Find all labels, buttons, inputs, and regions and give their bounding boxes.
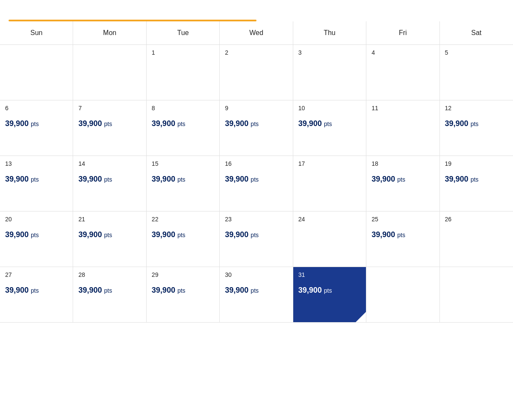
- calendar-cell[interactable]: 1039,900 pts: [293, 100, 366, 156]
- calendar-cell[interactable]: 739,900 pts: [73, 100, 146, 156]
- calendar-cell: 17: [293, 156, 366, 211]
- cell-date: 10: [298, 105, 305, 112]
- calendar-cell[interactable]: 1239,900 pts: [440, 100, 513, 156]
- calendar-cell: [0, 45, 73, 100]
- cell-date: 9: [225, 105, 228, 112]
- cell-date: 29: [152, 271, 159, 278]
- cell-date: 14: [78, 160, 85, 167]
- cell-date: 19: [445, 160, 452, 167]
- pts-label: pts: [397, 176, 405, 183]
- calendar-cell: 4: [366, 45, 439, 100]
- cell-price: 39,900 pts: [5, 230, 39, 239]
- calendar-cell[interactable]: 2139,900 pts: [73, 211, 146, 267]
- day-headers-row: SunMonTueWedThuFriSat: [0, 21, 513, 45]
- cell-date: 21: [78, 216, 85, 223]
- calendar-cell[interactable]: 3039,900 pts: [220, 267, 293, 323]
- day-header-tue: Tue: [147, 21, 220, 44]
- calendar-cell[interactable]: 3139,900 pts: [293, 267, 366, 323]
- calendar-cell[interactable]: 2239,900 pts: [147, 211, 220, 267]
- calendar-cell: 5: [440, 45, 513, 100]
- calendar-cell[interactable]: 2739,900 pts: [0, 267, 73, 323]
- calendar-cell[interactable]: 2039,900 pts: [0, 211, 73, 267]
- calendar-cell[interactable]: 1339,900 pts: [0, 156, 73, 211]
- pts-label: pts: [177, 176, 186, 183]
- cell-price: 39,900 pts: [298, 119, 332, 128]
- selected-corner-decoration: [356, 312, 366, 322]
- day-header-mon: Mon: [73, 21, 146, 44]
- cell-price: 39,900 pts: [152, 286, 186, 295]
- cell-price: 39,900 pts: [225, 230, 259, 239]
- cell-date: 3: [298, 49, 302, 56]
- calendar-cell: 2: [220, 45, 293, 100]
- pts-label: pts: [31, 176, 39, 183]
- cell-price: 39,900 pts: [5, 286, 39, 295]
- calendar-cell[interactable]: 2939,900 pts: [147, 267, 220, 323]
- cell-price: 39,900 pts: [371, 175, 405, 184]
- pts-label: pts: [471, 176, 479, 183]
- depart-section: [9, 7, 15, 8]
- pts-label: pts: [104, 232, 112, 238]
- cell-price: 39,900 pts: [371, 230, 405, 239]
- day-header-sat: Sat: [440, 21, 513, 44]
- pts-label: pts: [31, 287, 39, 294]
- calendar-cell: 26: [440, 211, 513, 267]
- cell-date: 13: [5, 160, 12, 167]
- cell-date: 23: [225, 216, 232, 223]
- calendar-cell: [366, 267, 439, 323]
- calendar-grid: 12345639,900 pts739,900 pts839,900 pts93…: [0, 45, 513, 323]
- calendar-cell[interactable]: 1439,900 pts: [73, 156, 146, 211]
- cell-date: 24: [298, 216, 305, 223]
- day-header-fri: Fri: [366, 21, 439, 44]
- cell-date: 27: [5, 271, 12, 278]
- calendar-cell[interactable]: 939,900 pts: [220, 100, 293, 156]
- cell-date: 18: [371, 160, 378, 167]
- cell-date: 2: [225, 49, 228, 56]
- pts-label: pts: [251, 232, 259, 238]
- day-header-thu: Thu: [293, 21, 366, 44]
- cell-date: 11: [371, 105, 378, 112]
- cell-price: 39,900 pts: [78, 286, 112, 295]
- cell-price: 39,900 pts: [445, 119, 479, 128]
- day-header-sun: Sun: [0, 21, 73, 44]
- cell-date: 25: [371, 216, 378, 223]
- calendar-cell[interactable]: 639,900 pts: [0, 100, 73, 156]
- calendar-cell[interactable]: 1539,900 pts: [147, 156, 220, 211]
- cell-date: 7: [78, 105, 82, 112]
- cell-date: 28: [78, 271, 85, 278]
- cell-price: 39,900 pts: [152, 230, 186, 239]
- calendar-cell: 1: [147, 45, 220, 100]
- pts-label: pts: [104, 176, 112, 183]
- pts-label: pts: [104, 120, 112, 127]
- cell-price: 39,900 pts: [152, 175, 186, 184]
- cell-date: 22: [152, 216, 159, 223]
- cell-price: 39,900 pts: [5, 119, 39, 128]
- cell-date: 8: [152, 105, 155, 112]
- pts-label: pts: [324, 287, 332, 294]
- cell-price: 39,900 pts: [78, 175, 112, 184]
- calendar-cell[interactable]: 2539,900 pts: [366, 211, 439, 267]
- cell-price: 39,900 pts: [152, 119, 186, 128]
- calendar-cell[interactable]: 1939,900 pts: [440, 156, 513, 211]
- cell-date: 17: [298, 160, 305, 167]
- calendar-cell[interactable]: 2839,900 pts: [73, 267, 146, 323]
- calendar-cell[interactable]: 1839,900 pts: [366, 156, 439, 211]
- pts-label: pts: [251, 176, 259, 183]
- calendar-cell[interactable]: 2339,900 pts: [220, 211, 293, 267]
- calendar-cell[interactable]: 1639,900 pts: [220, 156, 293, 211]
- cell-price: 39,900 pts: [78, 119, 112, 128]
- pts-label: pts: [471, 120, 479, 127]
- pts-label: pts: [104, 287, 112, 294]
- calendar-cell: 3: [293, 45, 366, 100]
- cell-date: 30: [225, 271, 232, 278]
- calendar-cell: [73, 45, 146, 100]
- cell-date: 5: [445, 49, 448, 56]
- calendar-cell: [440, 267, 513, 323]
- pts-label: pts: [31, 120, 39, 127]
- cell-price: 39,900 pts: [225, 119, 259, 128]
- cell-date: 4: [371, 49, 375, 56]
- cell-date: 26: [445, 216, 452, 223]
- pts-label: pts: [177, 287, 186, 294]
- cell-price: 39,900 pts: [225, 286, 259, 295]
- calendar-cell[interactable]: 839,900 pts: [147, 100, 220, 156]
- cell-price: 39,900 pts: [445, 175, 479, 184]
